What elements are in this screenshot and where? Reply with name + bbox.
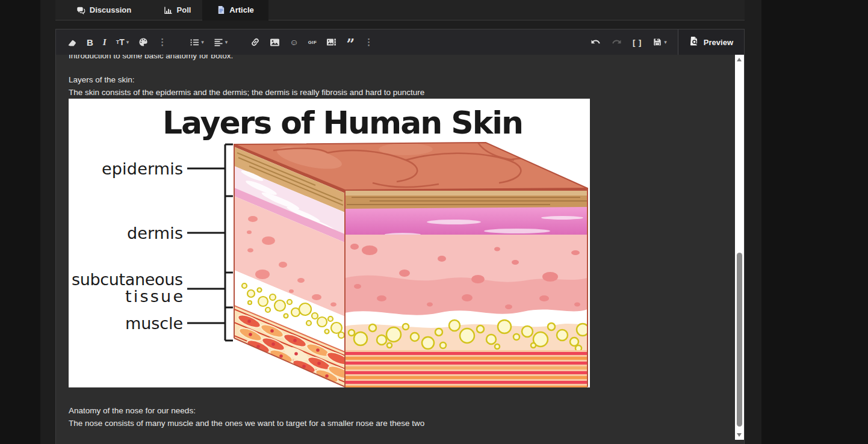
paragraph: Anatomy of the nose for our needs: The n… bbox=[69, 404, 744, 430]
smiley-icon: ☺ bbox=[290, 37, 298, 47]
media-gallery-button[interactable] bbox=[321, 33, 341, 51]
tab-poll[interactable]: Poll bbox=[152, 0, 202, 20]
bold-icon: B bbox=[87, 37, 93, 48]
preview-button[interactable]: Preview bbox=[678, 29, 744, 55]
quote-button[interactable]: ” bbox=[341, 33, 359, 51]
label-subcutaneous: subcutaneous bbox=[72, 270, 183, 289]
skin-front-face bbox=[345, 188, 589, 387]
label-tissue: tissue bbox=[125, 287, 183, 306]
source-code-button[interactable]: [ ] bbox=[628, 33, 646, 51]
preview-label: Preview bbox=[704, 38, 733, 47]
article-editor: B I TT ▾ bbox=[55, 29, 745, 444]
bold-button[interactable]: B bbox=[82, 33, 98, 51]
link-button[interactable] bbox=[246, 33, 265, 51]
chevron-down-icon: ▾ bbox=[664, 40, 667, 45]
article-icon bbox=[217, 5, 225, 14]
article-body: Introduction to some basic anatomy for b… bbox=[69, 55, 744, 430]
text-size-button[interactable]: TT ▾ bbox=[111, 33, 134, 51]
more-format-button[interactable]: ⋮ bbox=[153, 33, 172, 51]
tab-article-label: Article bbox=[229, 5, 253, 14]
chevron-down-icon: ▾ bbox=[201, 40, 204, 45]
quote-icon: ” bbox=[346, 42, 355, 48]
discussion-icon bbox=[76, 6, 85, 14]
insert-image-button[interactable] bbox=[265, 33, 285, 51]
eraser-icon bbox=[67, 37, 77, 47]
skin-diagram-image[interactable]: Layers of Human Skin bbox=[69, 99, 590, 387]
redo-button[interactable] bbox=[607, 33, 627, 51]
save-icon bbox=[653, 37, 662, 47]
gif-button[interactable]: GIF bbox=[303, 33, 322, 51]
chevron-down-icon: ▾ bbox=[225, 40, 228, 45]
undo-button[interactable] bbox=[586, 33, 606, 51]
emoji-button[interactable]: ☺ bbox=[285, 33, 303, 51]
editor-scrollbar[interactable] bbox=[735, 55, 744, 440]
link-icon bbox=[250, 37, 260, 47]
slideshow-icon bbox=[326, 37, 336, 47]
tabbar-filler bbox=[268, 0, 745, 20]
italic-button[interactable]: I bbox=[98, 33, 111, 51]
tab-discussion-label: Discussion bbox=[90, 5, 131, 14]
redo-icon bbox=[612, 37, 622, 47]
editor-toolbar: B I TT ▾ bbox=[56, 29, 744, 55]
label-epidermis: epidermis bbox=[102, 159, 183, 178]
palette-icon bbox=[138, 37, 148, 47]
undo-icon bbox=[591, 37, 601, 47]
image-icon bbox=[270, 38, 280, 47]
preview-icon bbox=[689, 36, 699, 49]
tab-poll-label: Poll bbox=[177, 5, 191, 14]
figure-title: Layers of Human Skin bbox=[163, 105, 524, 141]
paragraph: Layers of the skin: The skin consists of… bbox=[69, 73, 744, 99]
composer-panel: Discussion Poll bbox=[40, 0, 761, 444]
text-color-button[interactable] bbox=[134, 33, 153, 51]
align-icon bbox=[214, 38, 223, 47]
list-button[interactable]: ▾ bbox=[185, 33, 209, 51]
scrollbar-thumb[interactable] bbox=[737, 253, 742, 427]
align-button[interactable]: ▾ bbox=[209, 33, 233, 51]
scroll-down-icon[interactable] bbox=[737, 433, 742, 437]
list-icon bbox=[190, 38, 199, 47]
remove-format-button[interactable] bbox=[62, 33, 82, 51]
more-insert-button[interactable]: ⋮ bbox=[359, 33, 378, 51]
scroll-up-icon[interactable] bbox=[737, 58, 742, 61]
paragraph: Introduction to some basic anatomy for b… bbox=[69, 55, 744, 62]
chevron-down-icon: ▾ bbox=[126, 40, 129, 45]
more-vertical-icon: ⋮ bbox=[158, 37, 167, 48]
label-muscle: muscle bbox=[125, 314, 183, 333]
tab-article[interactable]: Article bbox=[202, 0, 268, 20]
brackets-icon: [ ] bbox=[633, 38, 642, 47]
more-vertical-icon: ⋮ bbox=[364, 37, 373, 48]
gif-icon: GIF bbox=[308, 40, 317, 45]
label-dermis: dermis bbox=[127, 224, 183, 242]
editor-content-area[interactable]: Introduction to some basic anatomy for b… bbox=[56, 55, 744, 444]
italic-icon: I bbox=[103, 37, 107, 48]
poll-icon bbox=[164, 6, 173, 14]
post-type-tabs: Discussion Poll bbox=[55, 0, 745, 20]
save-draft-button[interactable]: ▾ bbox=[648, 33, 672, 51]
tab-discussion[interactable]: Discussion bbox=[55, 0, 152, 20]
